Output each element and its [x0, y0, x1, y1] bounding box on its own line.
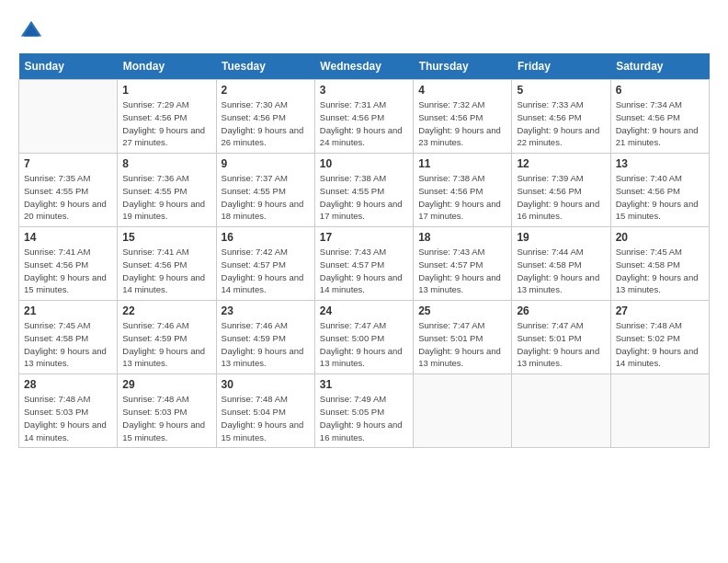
day-number: 9 — [222, 157, 310, 170]
calendar-cell: 22Sunrise: 7:46 AMSunset: 4:59 PMDayligh… — [118, 301, 216, 374]
day-number: 24 — [320, 304, 408, 317]
calendar-cell: 5Sunrise: 7:33 AMSunset: 4:56 PMDaylight… — [512, 80, 610, 154]
day-number: 31 — [320, 378, 408, 391]
day-info: Sunrise: 7:31 AMSunset: 4:56 PMDaylight:… — [320, 98, 408, 149]
calendar-cell: 1Sunrise: 7:29 AMSunset: 4:56 PMDaylight… — [118, 80, 216, 154]
day-info: Sunrise: 7:45 AMSunset: 4:58 PMDaylight:… — [24, 319, 112, 370]
calendar-cell: 16Sunrise: 7:42 AMSunset: 4:57 PMDayligh… — [216, 227, 314, 301]
day-number: 7 — [24, 157, 112, 170]
calendar-cell: 8Sunrise: 7:36 AMSunset: 4:55 PMDaylight… — [118, 154, 216, 227]
day-info: Sunrise: 7:30 AMSunset: 4:56 PMDaylight:… — [222, 98, 310, 149]
day-info: Sunrise: 7:45 AMSunset: 4:58 PMDaylight:… — [616, 246, 704, 296]
calendar-header-saturday: Saturday — [610, 53, 709, 80]
calendar-cell: 18Sunrise: 7:43 AMSunset: 4:57 PMDayligh… — [414, 227, 512, 301]
day-number: 29 — [122, 378, 210, 391]
day-number: 3 — [320, 84, 408, 97]
calendar-header-friday: Friday — [512, 53, 610, 80]
calendar-header-monday: Monday — [118, 53, 216, 80]
day-number: 8 — [122, 157, 210, 170]
calendar-cell: 28Sunrise: 7:48 AMSunset: 5:03 PMDayligh… — [19, 374, 118, 448]
calendar-cell: 11Sunrise: 7:38 AMSunset: 4:56 PMDayligh… — [414, 154, 512, 227]
calendar-cell: 31Sunrise: 7:49 AMSunset: 5:05 PMDayligh… — [314, 374, 413, 448]
day-info: Sunrise: 7:41 AMSunset: 4:56 PMDaylight:… — [122, 246, 210, 296]
day-number: 18 — [418, 231, 506, 244]
calendar-cell: 10Sunrise: 7:38 AMSunset: 4:55 PMDayligh… — [314, 154, 413, 227]
calendar-header-thursday: Thursday — [414, 53, 512, 80]
calendar-cell: 2Sunrise: 7:30 AMSunset: 4:56 PMDaylight… — [216, 80, 314, 154]
calendar-cell: 7Sunrise: 7:35 AMSunset: 4:55 PMDaylight… — [19, 154, 118, 227]
calendar-cell: 24Sunrise: 7:47 AMSunset: 5:00 PMDayligh… — [314, 301, 413, 374]
logo — [18, 18, 48, 44]
day-info: Sunrise: 7:48 AMSunset: 5:03 PMDaylight:… — [24, 393, 112, 443]
day-info: Sunrise: 7:43 AMSunset: 4:57 PMDaylight:… — [418, 246, 506, 296]
day-number: 12 — [517, 157, 605, 170]
calendar-cell — [414, 374, 512, 448]
week-row-5: 28Sunrise: 7:48 AMSunset: 5:03 PMDayligh… — [19, 374, 710, 448]
day-info: Sunrise: 7:42 AMSunset: 4:57 PMDaylight:… — [222, 246, 310, 296]
day-info: Sunrise: 7:39 AMSunset: 4:56 PMDaylight:… — [517, 172, 605, 223]
calendar-header-sunday: Sunday — [19, 53, 118, 80]
day-info: Sunrise: 7:46 AMSunset: 4:59 PMDaylight:… — [222, 319, 310, 370]
calendar-cell: 17Sunrise: 7:43 AMSunset: 4:57 PMDayligh… — [314, 227, 413, 301]
day-number: 19 — [517, 231, 605, 244]
day-info: Sunrise: 7:47 AMSunset: 5:01 PMDaylight:… — [517, 319, 605, 370]
day-number: 13 — [616, 157, 704, 170]
calendar-cell: 9Sunrise: 7:37 AMSunset: 4:55 PMDaylight… — [216, 154, 314, 227]
day-info: Sunrise: 7:48 AMSunset: 5:03 PMDaylight:… — [122, 393, 210, 443]
day-info: Sunrise: 7:33 AMSunset: 4:56 PMDaylight:… — [517, 98, 605, 149]
calendar-cell: 14Sunrise: 7:41 AMSunset: 4:56 PMDayligh… — [19, 227, 118, 301]
day-info: Sunrise: 7:43 AMSunset: 4:57 PMDaylight:… — [320, 246, 408, 296]
week-row-4: 21Sunrise: 7:45 AMSunset: 4:58 PMDayligh… — [19, 301, 710, 374]
day-number: 22 — [122, 304, 210, 317]
day-info: Sunrise: 7:36 AMSunset: 4:55 PMDaylight:… — [122, 172, 210, 223]
day-number: 27 — [616, 304, 704, 317]
day-number: 1 — [122, 84, 210, 97]
calendar-header-wednesday: Wednesday — [314, 53, 413, 80]
calendar-cell: 20Sunrise: 7:45 AMSunset: 4:58 PMDayligh… — [610, 227, 709, 301]
calendar-cell: 21Sunrise: 7:45 AMSunset: 4:58 PMDayligh… — [19, 301, 118, 374]
calendar-cell: 4Sunrise: 7:32 AMSunset: 4:56 PMDaylight… — [414, 80, 512, 154]
day-number: 25 — [418, 304, 506, 317]
calendar-cell: 25Sunrise: 7:47 AMSunset: 5:01 PMDayligh… — [414, 301, 512, 374]
day-info: Sunrise: 7:35 AMSunset: 4:55 PMDaylight:… — [24, 172, 112, 223]
calendar-cell: 3Sunrise: 7:31 AMSunset: 4:56 PMDaylight… — [314, 80, 413, 154]
day-number: 4 — [418, 84, 506, 97]
header — [18, 18, 710, 44]
day-number: 10 — [320, 157, 408, 170]
calendar: SundayMondayTuesdayWednesdayThursdayFrid… — [18, 53, 710, 448]
week-row-3: 14Sunrise: 7:41 AMSunset: 4:56 PMDayligh… — [19, 227, 710, 301]
day-number: 11 — [418, 157, 506, 170]
day-number: 5 — [517, 84, 605, 97]
day-info: Sunrise: 7:38 AMSunset: 4:55 PMDaylight:… — [320, 172, 408, 223]
calendar-cell: 15Sunrise: 7:41 AMSunset: 4:56 PMDayligh… — [118, 227, 216, 301]
day-info: Sunrise: 7:48 AMSunset: 5:02 PMDaylight:… — [616, 319, 704, 370]
day-info: Sunrise: 7:44 AMSunset: 4:58 PMDaylight:… — [517, 246, 605, 296]
calendar-cell: 13Sunrise: 7:40 AMSunset: 4:56 PMDayligh… — [610, 154, 709, 227]
calendar-cell: 29Sunrise: 7:48 AMSunset: 5:03 PMDayligh… — [118, 374, 216, 448]
day-number: 20 — [616, 231, 704, 244]
week-row-1: 1Sunrise: 7:29 AMSunset: 4:56 PMDaylight… — [19, 80, 710, 154]
calendar-cell: 12Sunrise: 7:39 AMSunset: 4:56 PMDayligh… — [512, 154, 610, 227]
day-info: Sunrise: 7:32 AMSunset: 4:56 PMDaylight:… — [418, 98, 506, 149]
day-number: 21 — [24, 304, 112, 317]
day-number: 14 — [24, 231, 112, 244]
calendar-cell: 19Sunrise: 7:44 AMSunset: 4:58 PMDayligh… — [512, 227, 610, 301]
day-number: 2 — [222, 84, 310, 97]
calendar-cell: 27Sunrise: 7:48 AMSunset: 5:02 PMDayligh… — [610, 301, 709, 374]
day-info: Sunrise: 7:34 AMSunset: 4:56 PMDaylight:… — [616, 98, 704, 149]
week-row-2: 7Sunrise: 7:35 AMSunset: 4:55 PMDaylight… — [19, 154, 710, 227]
day-number: 28 — [24, 378, 112, 391]
day-info: Sunrise: 7:47 AMSunset: 5:01 PMDaylight:… — [418, 319, 506, 370]
calendar-cell: 6Sunrise: 7:34 AMSunset: 4:56 PMDaylight… — [610, 80, 709, 154]
day-info: Sunrise: 7:46 AMSunset: 4:59 PMDaylight:… — [122, 319, 210, 370]
calendar-cell — [19, 80, 118, 154]
day-info: Sunrise: 7:40 AMSunset: 4:56 PMDaylight:… — [616, 172, 704, 223]
day-info: Sunrise: 7:38 AMSunset: 4:56 PMDaylight:… — [418, 172, 506, 223]
day-number: 30 — [222, 378, 310, 391]
calendar-cell: 30Sunrise: 7:48 AMSunset: 5:04 PMDayligh… — [216, 374, 314, 448]
calendar-cell: 23Sunrise: 7:46 AMSunset: 4:59 PMDayligh… — [216, 301, 314, 374]
calendar-cell — [512, 374, 610, 448]
day-number: 16 — [222, 231, 310, 244]
day-number: 15 — [122, 231, 210, 244]
day-info: Sunrise: 7:49 AMSunset: 5:05 PMDaylight:… — [320, 393, 408, 443]
